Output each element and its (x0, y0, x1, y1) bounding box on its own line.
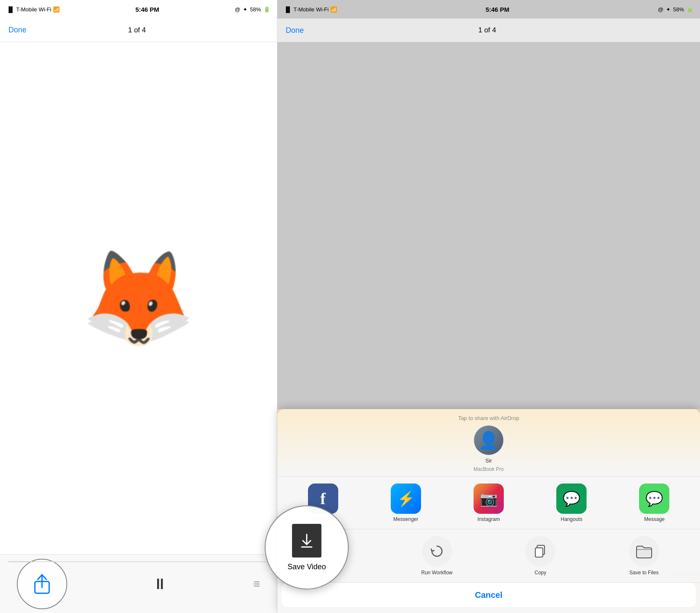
action-row: Save Video ⬇ Save Video Run Workflow (277, 529, 700, 583)
save-to-files-icon (629, 536, 659, 566)
run-workflow-label: Run Workflow (421, 570, 453, 576)
carrier-label: T-Mobile Wi-Fi (16, 6, 51, 13)
left-status-bar: ▐▌ T-Mobile Wi-Fi 📶 5:46 PM @ ✦ 58% 🔋 (0, 0, 277, 18)
left-nav-bar: Done 1 of 4 (0, 18, 277, 42)
list-button[interactable]: ≡ (253, 577, 260, 591)
right-bluetooth-icon: ✦ (666, 6, 671, 13)
left-status-right: @ ✦ 58% 🔋 (235, 6, 270, 13)
airdrop-avatar: 👤 (474, 425, 503, 455)
cancel-label: Cancel (475, 590, 503, 600)
instagram-icon: 📷 (474, 484, 504, 514)
share-sheet: Tap to share with AirDrop 👤 Sir MacBook … (277, 409, 700, 613)
right-done-button[interactable]: Done (286, 26, 304, 35)
right-status-left: ▐▌ T-Mobile Wi-Fi 📶 (284, 6, 337, 13)
location-icon: @ (235, 6, 240, 13)
progress-bar (8, 561, 268, 562)
right-status-bar: ▐▌ T-Mobile Wi-Fi 📶 5:46 PM @ ✦ 58% 🔋 (277, 0, 700, 18)
wifi-icon: 📶 (53, 6, 60, 13)
airdrop-contact-name: Sir (485, 457, 492, 464)
left-status-left: ▐▌ T-Mobile Wi-Fi 📶 (7, 6, 60, 13)
battery-label: 58% (250, 6, 261, 13)
app-item-hangouts[interactable]: 💬 Hangouts (530, 484, 613, 522)
left-content-area: 🦊 (0, 42, 277, 554)
save-video-circle[interactable]: Save Video (265, 505, 349, 589)
right-signal-icon: ▐▌ (284, 6, 292, 13)
action-item-copy[interactable]: Copy (489, 536, 592, 576)
battery-icon: 🔋 (263, 6, 270, 13)
right-nav-title: 1 of 4 (478, 26, 496, 34)
hangouts-icon: 💬 (556, 484, 587, 514)
left-bottom-controls: ⏸ ≡ (0, 554, 277, 613)
share-button[interactable] (17, 559, 67, 609)
right-nav-bar: Done 1 of 4 (277, 18, 700, 42)
save-video-label: Save Video (287, 563, 326, 571)
right-status-time: 5:46 PM (486, 6, 510, 13)
airdrop-section: Tap to share with AirDrop 👤 Sir MacBook … (277, 409, 700, 477)
save-video-icon (292, 524, 321, 558)
bluetooth-icon: ✦ (243, 6, 247, 13)
messenger-label: Messenger (393, 516, 418, 522)
left-done-button[interactable]: Done (8, 26, 26, 34)
messenger-icon: ⚡ (391, 484, 421, 514)
app-item-messenger[interactable]: ⚡ Messenger (364, 484, 447, 522)
instagram-label: Instagram (477, 516, 500, 522)
left-status-time: 5:46 PM (135, 6, 159, 13)
right-battery-icon: 🔋 (687, 6, 693, 13)
message-label: Message (644, 516, 665, 522)
action-item-save-to-files[interactable]: Save to Files (592, 536, 696, 576)
airdrop-contact[interactable]: 👤 Sir MacBook Pro (286, 425, 692, 472)
right-panel: ▐▌ T-Mobile Wi-Fi 📶 5:46 PM @ ✦ 58% 🔋 Do… (277, 0, 700, 613)
app-row: f Facebook ⚡ Messenger 📷 Instagram 💬 (277, 477, 700, 529)
right-battery-label: 58% (673, 6, 684, 13)
progress-filled (8, 561, 34, 562)
save-to-files-label: Save to Files (629, 570, 658, 576)
app-item-message[interactable]: 💬 Message (613, 484, 696, 522)
airdrop-label: Tap to share with AirDrop (286, 415, 692, 421)
right-wifi-icon: 📶 (330, 6, 337, 13)
signal-icon: ▐▌ (7, 6, 14, 13)
left-nav-title: 1 of 4 (128, 26, 146, 34)
fox-animoji: 🦊 (81, 252, 196, 344)
app-item-instagram[interactable]: 📷 Instagram (447, 484, 530, 522)
cancel-button[interactable]: Cancel (282, 583, 696, 607)
copy-icon (525, 536, 555, 566)
right-status-right: @ ✦ 58% 🔋 (658, 6, 693, 13)
svg-rect-6 (535, 548, 543, 557)
message-icon: 💬 (639, 484, 669, 514)
run-workflow-icon (422, 536, 452, 566)
share-icon (32, 571, 53, 597)
left-panel: ▐▌ T-Mobile Wi-Fi 📶 5:46 PM @ ✦ 58% 🔋 Do… (0, 0, 277, 613)
right-carrier-label: T-Mobile Wi-Fi (293, 6, 329, 13)
action-item-run-workflow[interactable]: Run Workflow (385, 536, 489, 576)
copy-label: Copy (534, 570, 546, 576)
hangouts-label: Hangouts (561, 516, 582, 522)
right-location-icon: @ (658, 6, 663, 13)
pause-button[interactable]: ⏸ (153, 575, 168, 593)
airdrop-contact-device: MacBook Pro (474, 466, 504, 472)
